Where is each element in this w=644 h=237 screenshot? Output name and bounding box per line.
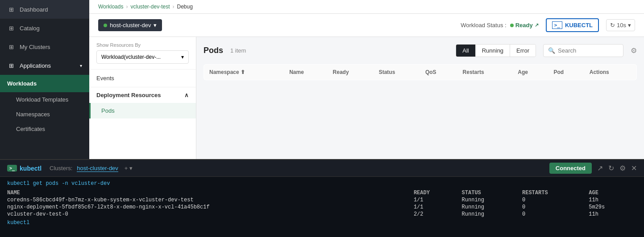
external-link-icon[interactable]: ↗ xyxy=(597,164,603,172)
col-namespace: Namespace ⬆ xyxy=(204,65,284,80)
terminal-panel: >_ kubectl Clusters: host-cluster-dev + … xyxy=(0,159,644,237)
cluster-selector[interactable]: host-cluster-dev ▾ xyxy=(98,19,162,31)
search-icon: 🔍 xyxy=(548,47,555,54)
filter-running-button[interactable]: Running xyxy=(476,45,510,57)
terminal-header: >_ kubectl Clusters: host-cluster-dev + … xyxy=(0,160,644,177)
breadcrumb: Workloads › vcluster-dev-test › Debug xyxy=(89,0,644,14)
breadcrumb-current: Debug xyxy=(177,4,193,10)
terminal-prompt: kubectl xyxy=(7,220,637,226)
pods-title: Pods xyxy=(204,46,223,55)
right-panel: Pods 1 item All Running Error 🔍 ⚙ xyxy=(196,37,644,159)
filter-buttons: All Running Error xyxy=(456,44,536,57)
terminal-command: kubectl get pods -n vcluster-dev xyxy=(7,180,637,187)
cluster-name: host-cluster-dev xyxy=(110,22,151,29)
sidebar-item-workloads[interactable]: Workloads xyxy=(0,75,89,92)
deployment-resources-header[interactable]: Deployment Resources ∧ xyxy=(89,87,196,103)
kubectl-terminal-label: >_ kubectl xyxy=(7,165,42,172)
terminal-row: nginx-deployment-5fbdf85c67-l2xt8-x-demo… xyxy=(7,204,637,211)
chevron-down-icon: ▾ xyxy=(80,63,82,68)
col-restarts: Restarts xyxy=(457,65,513,80)
sidebar: ⊞ Dashboard ⊞ Catalog ⊞ My Clusters ⊞ Ap… xyxy=(0,0,89,159)
show-resources-label: Show Resources By xyxy=(96,42,189,48)
catalog-icon: ⊞ xyxy=(7,24,15,32)
connected-button[interactable]: Connected xyxy=(549,163,592,174)
filter-all-button[interactable]: All xyxy=(456,45,475,57)
terminal-prompt-icon: >_ xyxy=(7,165,17,172)
show-resources-section: Show Resources By Workload(vcluster-dev-… xyxy=(89,37,196,69)
filter-error-button[interactable]: Error xyxy=(510,45,536,57)
sidebar-item-dashboard[interactable]: ⊞ Dashboard xyxy=(0,0,89,19)
status-badge: Ready ↗ xyxy=(510,22,539,29)
resource-select-dropdown[interactable]: Workload(vcluster-dev-... ▾ xyxy=(96,50,189,64)
col-age: Age xyxy=(512,65,548,80)
terminal-actions: Connected ↗ ↻ ⚙ ✕ xyxy=(549,163,637,174)
breadcrumb-workloads[interactable]: Workloads xyxy=(98,4,123,10)
terminal-refresh-icon[interactable]: ↻ xyxy=(608,164,614,172)
clusters-label: Clusters: xyxy=(50,165,72,172)
terminal-settings-icon[interactable]: ⚙ xyxy=(619,164,626,172)
sidebar-item-my-clusters[interactable]: ⊞ My Clusters xyxy=(0,37,89,56)
pods-search-input[interactable] xyxy=(558,47,619,54)
main-content: Workloads › vcluster-dev-test › Debug ho… xyxy=(89,0,644,159)
breadcrumb-sep1: › xyxy=(126,4,128,10)
external-link-icon: ↗ xyxy=(535,22,539,28)
col-ready: Ready xyxy=(328,65,374,80)
pods-table: Namespace ⬆ Name Ready Status QoS Restar… xyxy=(204,64,637,80)
clusters-icon: ⊞ xyxy=(7,43,15,51)
terminal-row: coredns-586cbcd49f-bn7mz-x-kube-system-x… xyxy=(7,196,637,204)
workload-status: Workload Status : Ready ↗ xyxy=(461,22,538,29)
events-menu-item[interactable]: Events xyxy=(89,69,196,87)
col-name: Name xyxy=(284,65,327,80)
refresh-dropdown-icon: ▾ xyxy=(628,22,631,29)
pods-search-box[interactable]: 🔍 xyxy=(543,44,623,57)
terminal-icon: >_ xyxy=(552,21,562,29)
term-header-row: NAME READY STATUS RESTARTS AGE xyxy=(7,189,637,196)
col-actions: Actions xyxy=(584,65,637,80)
dashboard-icon: ⊞ xyxy=(7,5,15,13)
terminal-close-icon[interactable]: ✕ xyxy=(631,164,637,172)
select-chevron-icon: ▾ xyxy=(181,54,184,60)
col-status: Status xyxy=(374,65,420,80)
terminal-cluster-name[interactable]: host-cluster-dev xyxy=(77,165,118,172)
refresh-button[interactable]: ↻ 10s ▾ xyxy=(606,19,635,31)
kubectl-button[interactable]: >_ KUBECTL xyxy=(546,18,599,32)
breadcrumb-sep2: › xyxy=(173,4,175,10)
connection-dot xyxy=(104,24,107,27)
col-qos: QoS xyxy=(420,65,457,80)
sidebar-item-workload-templates[interactable]: Workload Templates xyxy=(0,92,89,107)
pods-menu-item[interactable]: Pods xyxy=(89,103,196,118)
pods-count: 1 item xyxy=(230,47,246,54)
header-bar: host-cluster-dev ▾ Workload Status : Rea… xyxy=(89,14,644,37)
terminal-row: vcluster-dev-test-02/2Running011h xyxy=(7,211,637,218)
sidebar-item-namespaces[interactable]: Namespaces xyxy=(0,107,89,122)
left-panel: Show Resources By Workload(vcluster-dev-… xyxy=(89,37,196,159)
cluster-dropdown-icon: ▾ xyxy=(154,22,157,29)
col-pod: Pod xyxy=(548,65,584,80)
sort-icon: ⬆ xyxy=(241,69,245,75)
terminal-body: kubectl get pods -n vcluster-dev NAME RE… xyxy=(0,177,644,237)
add-cluster-button[interactable]: + ▾ xyxy=(125,165,133,172)
applications-icon: ⊞ xyxy=(7,61,15,69)
collapse-icon: ∧ xyxy=(184,92,189,98)
terminal-output-table: NAME READY STATUS RESTARTS AGE coredns-5… xyxy=(7,189,637,218)
sidebar-item-catalog[interactable]: ⊞ Catalog xyxy=(0,19,89,37)
breadcrumb-vcluster[interactable]: vcluster-dev-test xyxy=(130,4,170,10)
table-settings-icon[interactable]: ⚙ xyxy=(631,46,637,55)
sidebar-item-certificates[interactable]: Certificates xyxy=(0,122,89,136)
pods-header: Pods 1 item All Running Error 🔍 ⚙ xyxy=(204,44,637,57)
status-dot xyxy=(510,24,514,27)
sidebar-item-applications[interactable]: ⊞ Applications ▾ xyxy=(0,56,89,75)
refresh-icon: ↻ xyxy=(610,22,615,29)
resources-area: Show Resources By Workload(vcluster-dev-… xyxy=(89,37,644,159)
header-right: Workload Status : Ready ↗ >_ KUBECTL ↻ 1… xyxy=(461,18,635,32)
